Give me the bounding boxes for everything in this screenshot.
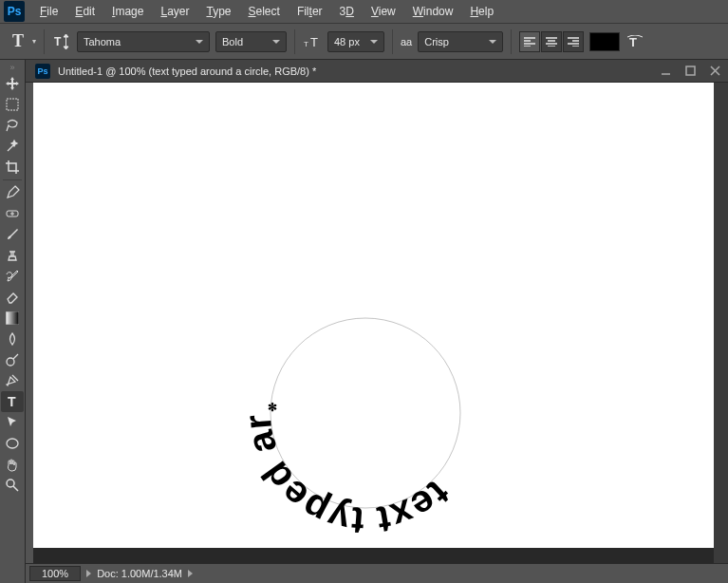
text-color-swatch[interactable]: [589, 32, 620, 51]
crop-tool[interactable]: [1, 157, 24, 178]
zoom-level[interactable]: 100%: [29, 566, 81, 581]
svg-rect-5: [7, 211, 18, 216]
warp-text-button[interactable]: T: [625, 32, 644, 51]
gradient-tool[interactable]: [1, 308, 24, 329]
antialias-select[interactable]: Crisp: [418, 31, 503, 52]
text-align-group: [519, 31, 584, 52]
menu-window[interactable]: Window: [405, 2, 461, 21]
info-caret-icon: [86, 570, 91, 577]
menu-type[interactable]: Type: [198, 2, 238, 21]
dodge-tool[interactable]: [1, 349, 24, 370]
align-center-button[interactable]: [541, 31, 562, 52]
doc-info[interactable]: Doc: 1.00M/1.34M: [86, 568, 193, 579]
eraser-tool[interactable]: [1, 287, 24, 308]
svg-rect-11: [686, 66, 695, 75]
magic-wand-tool[interactable]: [1, 136, 24, 157]
svg-rect-6: [6, 311, 19, 325]
font-family-select[interactable]: Tahoma: [77, 31, 210, 52]
svg-text:T: T: [304, 40, 308, 48]
menu-3d[interactable]: 3D: [332, 2, 362, 21]
align-left-button[interactable]: [519, 31, 540, 52]
text-orientation-toggle[interactable]: T: [52, 32, 71, 51]
document-tab[interactable]: Ps Untitled-1 @ 100% (text typed around …: [26, 60, 728, 83]
app-logo: Ps: [4, 1, 25, 22]
zoom-tool[interactable]: [1, 475, 24, 496]
document-area: Ps Untitled-1 @ 100% (text typed around …: [26, 60, 728, 583]
canvas[interactable]: text typed around a circle ✻: [33, 83, 720, 548]
align-right-button[interactable]: [563, 31, 584, 52]
text-path-graphic: text typed around a circle: [242, 290, 489, 536]
history-brush-tool[interactable]: [1, 266, 24, 287]
pen-tool[interactable]: [1, 370, 24, 391]
clone-stamp-tool[interactable]: [1, 245, 24, 266]
menu-file[interactable]: File: [32, 2, 65, 21]
svg-point-9: [7, 439, 18, 448]
path-select-tool[interactable]: [1, 412, 24, 433]
menu-filter[interactable]: Filter: [289, 2, 330, 21]
menu-select[interactable]: Select: [241, 2, 288, 21]
document-icon: Ps: [35, 64, 50, 79]
menu-view[interactable]: View: [364, 2, 403, 21]
marquee-tool[interactable]: [1, 94, 24, 115]
active-tool-indicator[interactable]: T: [8, 31, 28, 51]
font-weight-select[interactable]: Bold: [215, 31, 287, 52]
menu-layer[interactable]: Layer: [153, 2, 196, 21]
maximize-button[interactable]: [682, 65, 698, 78]
font-size-select[interactable]: 48 px: [327, 31, 384, 52]
options-bar: T ▾ T Tahoma Bold TT 48 px aa Crisp T: [0, 24, 728, 60]
blur-tool[interactable]: [1, 329, 24, 349]
move-tool[interactable]: [1, 73, 24, 94]
shape-tool[interactable]: [1, 433, 24, 454]
close-button[interactable]: [707, 65, 722, 78]
status-bar: 100% Doc: 1.00M/1.34M: [26, 563, 728, 583]
svg-rect-4: [7, 99, 18, 110]
menu-edit[interactable]: Edit: [67, 2, 103, 21]
panel-grip[interactable]: [3, 64, 22, 71]
info-menu-icon[interactable]: [188, 570, 193, 577]
antialias-label: aa: [401, 36, 412, 47]
minimize-button[interactable]: [658, 65, 673, 78]
svg-text:T: T: [310, 35, 318, 48]
spot-heal-tool[interactable]: [1, 203, 24, 224]
svg-point-7: [7, 358, 14, 366]
svg-text:T: T: [54, 35, 62, 48]
tool-preset-caret[interactable]: ▾: [32, 37, 36, 46]
document-title: Untitled-1 @ 100% (text typed around a c…: [58, 66, 316, 77]
menu-bar: Ps File Edit Image Layer Type Select Fil…: [0, 0, 728, 24]
svg-text:T: T: [629, 35, 637, 48]
text-cursor-marker: ✻: [268, 401, 277, 414]
type-tool[interactable]: T: [1, 391, 24, 412]
brush-tool[interactable]: [1, 224, 24, 245]
svg-point-10: [7, 480, 14, 487]
menu-help[interactable]: Help: [462, 2, 501, 21]
lasso-tool[interactable]: [1, 115, 24, 136]
svg-text:T: T: [8, 394, 16, 409]
hand-tool[interactable]: [1, 454, 24, 475]
tools-panel: T: [0, 60, 26, 583]
menu-image[interactable]: Image: [104, 2, 151, 21]
vertical-scrollbar[interactable]: [714, 83, 728, 563]
eyedropper-tool[interactable]: [1, 182, 24, 203]
font-size-icon: TT: [303, 32, 322, 51]
canvas-viewport[interactable]: text typed around a circle ✻: [26, 83, 728, 563]
